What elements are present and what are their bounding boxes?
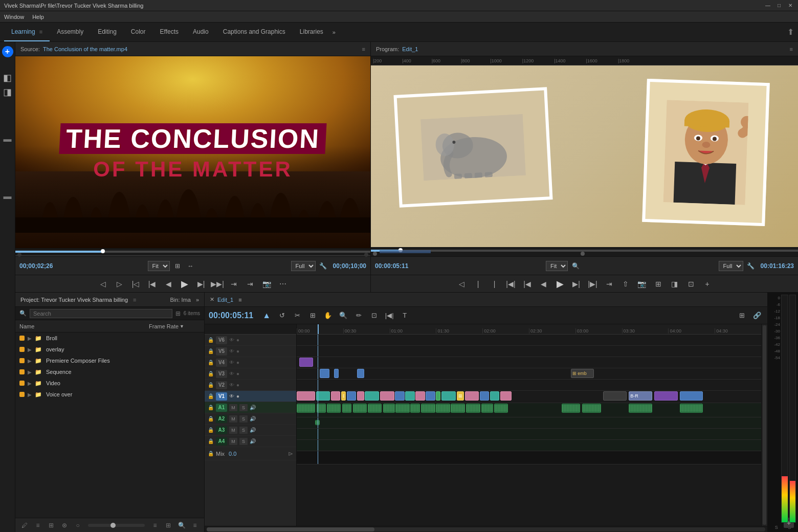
list-item[interactable]: ▶ 📁 overlay (15, 344, 204, 355)
track-vol-a4[interactable]: 🔊 (250, 438, 256, 444)
clip-v1-star[interactable]: ⊞ (341, 391, 346, 401)
track-a4-label[interactable]: A4 (216, 437, 227, 446)
audio-clip-a1-6[interactable] (368, 404, 382, 413)
list-item[interactable]: ▶ 📁 Premiere Composer Files (15, 355, 204, 366)
source-mark-out[interactable]: ▷ (113, 277, 126, 291)
program-step-back[interactable]: |◀ (521, 277, 534, 291)
track-lock-a2[interactable]: 🔒 (208, 416, 214, 422)
clip-v1-18[interactable] (680, 391, 703, 401)
track-v4-label[interactable]: V4 (216, 359, 227, 367)
audio-clip-a1-9[interactable] (410, 404, 419, 413)
program-mark-in[interactable]: ◁ (455, 277, 469, 291)
track-eye-v5[interactable]: 👁 (229, 348, 234, 354)
clip-v3-emb[interactable]: ⊞ emb (571, 369, 594, 378)
import-icon[interactable]: ⬆ (787, 28, 794, 36)
track-vol-a2[interactable]: 🔊 (250, 416, 256, 422)
audio-clip-a1-5[interactable] (353, 404, 367, 413)
tl-link[interactable]: 🔗 (751, 309, 763, 322)
tl-zoom-tool[interactable]: 🔍 (337, 309, 349, 322)
clip-v1-6[interactable] (365, 391, 379, 401)
track-eye-v6[interactable]: 👁 (229, 337, 234, 343)
program-insert2[interactable]: ⇥ (603, 277, 616, 291)
track-vis-v5[interactable]: ● (236, 348, 239, 354)
program-wrench-icon[interactable]: 🔧 (745, 260, 757, 272)
sidebar-tools-2[interactable]: ◨ (2, 86, 14, 98)
source-options[interactable]: ⋯ (276, 277, 290, 291)
program-play[interactable]: ▶ (553, 277, 567, 291)
source-ctrl-1[interactable]: ⊞ (172, 260, 183, 272)
track-vis-v3[interactable]: ● (236, 371, 239, 376)
source-mark-clip[interactable]: |◁ (129, 277, 142, 291)
clip-v1-8[interactable] (395, 391, 404, 401)
clip-v1-13[interactable] (465, 391, 479, 401)
program-mark-out[interactable]: | (472, 277, 485, 291)
track-solo-a3[interactable]: S (239, 427, 248, 434)
track-lock-a3[interactable]: 🔒 (208, 427, 214, 433)
source-ctrl-2[interactable]: ↔ (185, 260, 196, 272)
track-solo-a4[interactable]: S (239, 438, 248, 445)
audio-clip-a1-7[interactable] (383, 404, 395, 413)
clip-v1-15[interactable] (490, 391, 499, 401)
tl-ripple-tool[interactable]: ↺ (276, 309, 288, 322)
tab-learning[interactable]: Learning ≡ (4, 23, 50, 41)
clip-v1-1[interactable] (297, 391, 315, 401)
program-quality-select[interactable]: Full (719, 261, 743, 271)
freeform-view-icon[interactable]: ⊛ (59, 520, 70, 530)
audio-clip-a1-8[interactable] (395, 404, 409, 413)
track-eye-v3[interactable]: 👁 (229, 371, 234, 376)
chevron-video[interactable]: ▶ (28, 381, 32, 386)
chevron-broll[interactable]: ▶ (28, 336, 32, 341)
menu-item-window[interactable]: Window (4, 14, 24, 20)
tl-slip-tool[interactable]: ⊞ (306, 309, 319, 322)
track-solo-a1[interactable]: S (239, 404, 248, 411)
audio-clip-a1-15[interactable] (494, 404, 508, 413)
source-step-back[interactable]: |◀ (145, 277, 159, 291)
clip-v1-star2[interactable]: ⊞ (457, 391, 464, 401)
audio-clip-a1-12[interactable] (451, 404, 464, 413)
source-menu-icon[interactable]: ≡ (362, 46, 365, 52)
track-mute-a1[interactable]: M (229, 404, 237, 411)
track-vol-a3[interactable]: 🔊 (250, 427, 256, 433)
clip-v4-1[interactable] (299, 358, 313, 367)
audio-clip-a1-3[interactable] (327, 404, 341, 413)
list-item[interactable]: ▶ 📁 Sequence (15, 366, 204, 378)
track-mute-a4[interactable]: M (229, 438, 237, 445)
track-a1-label[interactable]: A1 (216, 404, 227, 412)
tab-captions[interactable]: Captions and Graphics (216, 23, 293, 41)
h-scroll-track[interactable] (207, 527, 765, 531)
new-item-icon[interactable]: 🖊 (19, 520, 30, 530)
chevron-seq[interactable]: ▶ (28, 369, 32, 375)
source-insert[interactable]: ⇥ (227, 277, 240, 291)
grid-view-icon[interactable]: ⊞ (46, 520, 56, 530)
learning-menu-icon[interactable]: ≡ (39, 29, 42, 35)
program-scrubber[interactable] (371, 247, 798, 253)
source-camera[interactable]: 📷 (260, 277, 273, 291)
track-v5-label[interactable]: V5 (216, 347, 227, 356)
program-to-in[interactable]: |◀| (504, 277, 518, 291)
search-options[interactable]: ⊞ (175, 310, 181, 317)
tl-text-tool[interactable]: T (398, 309, 411, 322)
track-lock-v5[interactable]: 🔒 (208, 348, 214, 354)
audio-clip-a1-far2[interactable] (582, 404, 601, 413)
audio-clip-a1-4[interactable] (342, 404, 351, 413)
source-step-fwd[interactable]: ▶▶| (211, 277, 224, 291)
tl-snap[interactable]: ⊞ (736, 309, 748, 322)
track-v1-label[interactable]: V1 (216, 392, 227, 401)
clip-v1-12[interactable] (441, 391, 455, 401)
tl-hand-tool[interactable]: ✋ (322, 309, 334, 322)
audio-clip-a1-11[interactable] (436, 404, 450, 413)
track-mute-a3[interactable]: M (229, 427, 237, 434)
program-forward2[interactable]: ▶| (570, 277, 583, 291)
list-item[interactable]: ▶ 📁 Voice over (15, 389, 204, 400)
track-mix-end[interactable]: ⊳ (288, 450, 293, 457)
project-menu[interactable]: ≡ (133, 297, 136, 303)
minimize-button[interactable]: — (764, 2, 771, 9)
track-lock-v6[interactable]: 🔒 (208, 337, 214, 343)
timeline-menu[interactable]: ≡ (238, 297, 241, 303)
h-scroll-thumb[interactable] (207, 527, 374, 531)
track-vis-v6[interactable]: ● (236, 337, 239, 343)
tl-resize-left[interactable]: |◀| (383, 309, 395, 322)
clip-v3-3[interactable] (357, 369, 364, 378)
program-to-out[interactable]: |▶| (586, 277, 600, 291)
clip-v1-9[interactable] (405, 391, 414, 401)
